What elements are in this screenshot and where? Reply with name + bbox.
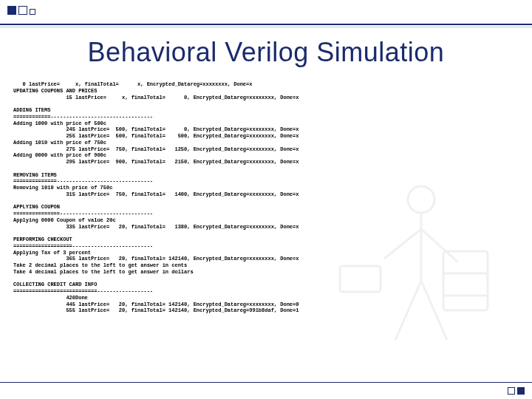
- simulation-log: 0 lastPrice= x, finalTotal= x, Encrypted…: [13, 81, 519, 314]
- corner-decoration-top-left: [7, 6, 35, 15]
- deco-square: [7, 6, 16, 15]
- deco-square: [30, 9, 35, 15]
- rule-top: [0, 24, 532, 25]
- rule-top-secondary: [0, 27, 532, 27]
- corner-decoration-bottom-right: [508, 387, 525, 395]
- deco-square: [18, 6, 27, 15]
- deco-square: [508, 387, 515, 395]
- rule-bottom: [0, 382, 532, 383]
- slide-title: Behavioral Verilog Simulation: [0, 37, 532, 68]
- deco-square: [517, 387, 525, 395]
